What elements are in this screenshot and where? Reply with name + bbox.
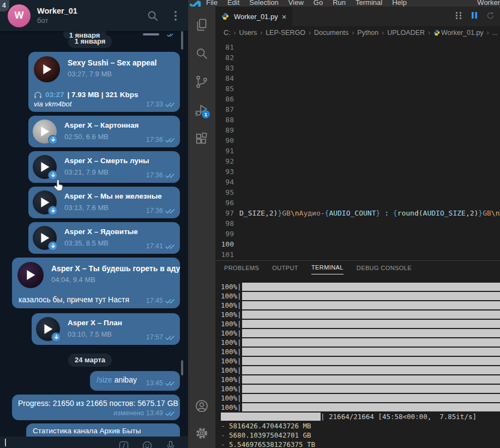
run-debug-icon[interactable]: 1 (194, 103, 209, 118)
menu-item-help[interactable]: Help (387, 0, 412, 7)
breadcrumb-more[interactable]: ... (492, 29, 498, 37)
album-art[interactable] (33, 155, 57, 179)
python-file-icon (433, 29, 440, 36)
play-icon[interactable] (43, 64, 51, 74)
download-badge-icon[interactable] (48, 206, 58, 216)
progress-bar-fill (221, 413, 321, 421)
message-size-command[interactable]: /size anibay 13:45 (90, 371, 180, 391)
tab-close-icon[interactable]: × (282, 13, 287, 21)
activity-bar: 1 (188, 7, 215, 448)
stats-bitrate: | 7.93 MB | 321 Kbps (68, 91, 138, 99)
account-icon[interactable] (194, 398, 209, 414)
code-text: D_SIZE,2)}GB\nАудио-{AUDIO_COUNT} : {rou… (239, 208, 500, 218)
bot-command-link[interactable]: /size (97, 375, 112, 384)
audio-message[interactable]: Asper X – Картонная02:50, 6.6 MB17:36 (28, 116, 180, 147)
chat-scrollbar-thumb[interactable] (181, 360, 183, 375)
debug-restart-icon[interactable] (486, 11, 495, 22)
time-text: 17:41 (146, 242, 163, 250)
panel-tab-debug-console[interactable]: DEBUG CONSOLE (357, 261, 412, 274)
menu-item-selection[interactable]: Selection (244, 0, 283, 7)
terminal-output[interactable]: 100%|100%|100%|100%|100%|100%|100%|100%|… (221, 282, 500, 448)
breadcrumb-item[interactable]: Documents (314, 29, 348, 37)
chat-title: Worker_01 (37, 7, 147, 15)
audio-message[interactable]: Asper X – Ядовитые03:35, 8.5 MB17:41 (28, 222, 180, 254)
album-art[interactable] (33, 120, 57, 144)
album-art[interactable] (33, 226, 57, 250)
line-number: 84 (215, 73, 234, 83)
emoji-icon[interactable] (142, 440, 153, 448)
stat-dash: - (221, 431, 229, 439)
explorer-icon[interactable] (194, 17, 209, 33)
album-art[interactable] (34, 56, 60, 82)
editor-line: 88 (215, 115, 500, 125)
download-badge-icon[interactable] (48, 135, 58, 145)
avatar[interactable]: W (8, 4, 31, 27)
album-art[interactable] (36, 317, 60, 341)
menu-item-run[interactable]: Run (328, 0, 351, 7)
play-icon[interactable] (41, 127, 49, 136)
breadcrumb-item[interactable]: Users (239, 29, 257, 37)
line-number: 101 (215, 249, 234, 260)
message-input-bar[interactable] (0, 437, 188, 448)
code-token: Аудио- (299, 209, 325, 217)
chevron-right-icon: › (382, 29, 384, 37)
toolbar-grip-icon[interactable] (455, 11, 462, 22)
microphone-icon[interactable] (165, 440, 176, 448)
message-progress[interactable]: Progress: 21650 из 21665 постов: 5675.17… (12, 395, 180, 420)
via-bot-label[interactable]: via vkm4bot (34, 100, 71, 108)
date-chip: 24 марта (68, 354, 112, 367)
album-art[interactable] (17, 262, 44, 288)
breadcrumb-item[interactable]: Python (357, 29, 378, 37)
audio-message[interactable]: Sexy Sushi – Sex appeal03:27, 7.9 MB03:2… (28, 52, 180, 112)
track-title: Asper X – Мы не железные (64, 192, 162, 200)
read-check-icon (165, 298, 174, 304)
play-icon[interactable] (27, 270, 35, 280)
editor-line: 97D_SIZE,2)}GB\nАудио-{AUDIO_COUNT} : {r… (215, 208, 500, 218)
audio-message[interactable]: Asper X – Мы не железные03:13, 7.6 MB17:… (28, 187, 180, 218)
text-cursor (5, 439, 6, 446)
play-icon[interactable] (41, 233, 49, 243)
panel-tab-problems[interactable]: PROBLEMS (224, 261, 259, 274)
menu-item-view[interactable]: View (284, 0, 309, 7)
kebab-menu-icon[interactable] (170, 10, 182, 22)
percent-label: 100%| (221, 329, 242, 337)
source-control-icon[interactable] (194, 74, 209, 89)
debug-pause-icon[interactable] (471, 11, 478, 21)
play-icon[interactable] (44, 324, 52, 334)
tab-worker-01-py[interactable]: Worker_01.py × (215, 7, 293, 26)
download-badge-icon[interactable] (48, 241, 58, 251)
editor-line: 94 (215, 177, 500, 187)
breadcrumb-item[interactable]: LEP-SERGO (266, 29, 305, 37)
play-icon[interactable] (41, 162, 49, 172)
audio-message[interactable]: Asper X – Ты будешь гореть в аду04:04, 9… (12, 258, 180, 308)
message-clipped[interactable]: Статистика канала Архив Быты (26, 423, 180, 437)
floating-date-chip: 1 января (63, 31, 106, 39)
chat-scrollbar-thumb[interactable] (181, 31, 183, 50)
line-number: 89 (215, 125, 234, 135)
breadcrumb-item[interactable]: C: (224, 29, 231, 37)
message-text: /size anibay (97, 375, 137, 384)
breadcrumb-item[interactable]: UPLOADER (387, 29, 425, 37)
panel-tab-output[interactable]: OUTPUT (272, 261, 298, 274)
search-icon[interactable] (194, 46, 209, 61)
download-badge-icon[interactable] (51, 332, 61, 342)
message-caption: казалось бы, причем тут Настя (19, 295, 129, 304)
audio-message[interactable]: Asper X – Смерть луны03:21, 7.9 MB17:36 (28, 151, 180, 183)
code-editor[interactable]: 8182838485868788899091929394959697D_SIZE… (215, 39, 500, 260)
audio-message[interactable]: Asper X – План03:10, 7.5 MB17:57 (32, 313, 180, 345)
menu-item-go[interactable]: Go (309, 0, 328, 7)
percent-label: 100%| (221, 310, 242, 319)
breadcrumb-file[interactable]: Worker_01.py (441, 29, 484, 37)
settings-gear-icon[interactable] (194, 426, 209, 441)
search-icon[interactable] (147, 10, 159, 22)
menu-item-edit[interactable]: Edit (222, 0, 244, 7)
download-badge-icon[interactable] (48, 170, 58, 180)
bot-commands-icon[interactable] (118, 440, 129, 448)
panel-tab-terminal[interactable]: TERMINAL (311, 261, 344, 274)
play-icon[interactable] (41, 198, 49, 207)
menu-item-file[interactable]: File (201, 0, 222, 7)
menu-item-terminal[interactable]: Terminal (351, 0, 387, 7)
tqdm-final-line: | 21664/21664 [45:58<00:00, 7.85it/s] (221, 412, 500, 421)
extensions-icon[interactable] (194, 131, 209, 146)
editor-line: 86 (215, 94, 500, 104)
